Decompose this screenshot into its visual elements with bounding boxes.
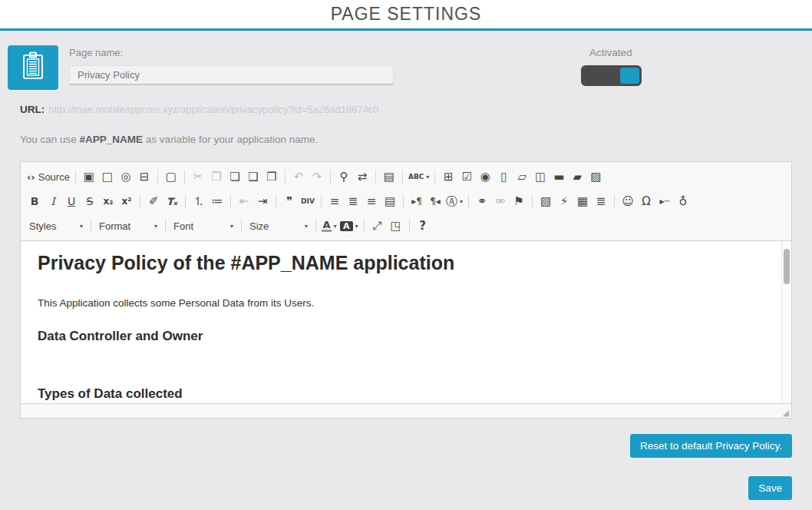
spell-check-button[interactable]: ABC▾ xyxy=(407,167,431,186)
decrease-indent-icon: ⇤ xyxy=(239,196,249,207)
about-button[interactable]: ? xyxy=(414,217,432,235)
about-icon: ? xyxy=(419,220,426,232)
align-left-button[interactable]: ≡ xyxy=(325,192,344,210)
checkbox-button[interactable]: ☑ xyxy=(457,167,476,186)
bold-button[interactable]: B xyxy=(25,192,44,210)
align-center-icon: ≣ xyxy=(348,196,358,207)
hidden-field-button[interactable]: ▨ xyxy=(586,167,605,186)
link-button[interactable]: ⚭ xyxy=(473,192,491,210)
anchor-button[interactable]: ⚑ xyxy=(510,192,528,210)
radio-button-button[interactable]: ◉ xyxy=(476,167,494,186)
redo-button[interactable]: ↷ xyxy=(308,167,326,186)
copy-formatting-button[interactable]: ✐ xyxy=(144,192,163,210)
text-direction-rtl-button[interactable]: ¶◂ xyxy=(426,192,444,210)
anchor-icon: ⚑ xyxy=(513,196,523,207)
bulleted-list-button[interactable]: ≔ xyxy=(208,192,226,210)
maximize-icon: ⤢ xyxy=(373,220,382,232)
button-button[interactable]: ▬ xyxy=(550,167,568,186)
page-name-input[interactable] xyxy=(69,65,394,85)
align-justify-icon: ▤ xyxy=(385,196,395,207)
align-justify-button[interactable]: ▤ xyxy=(381,192,399,210)
show-blocks-button[interactable]: ◳ xyxy=(387,217,405,235)
editor-content[interactable]: Privacy Policy of the #APP_NAME applicat… xyxy=(21,241,791,403)
text-field-button[interactable]: ▯ xyxy=(494,167,513,186)
decrease-indent-button[interactable]: ⇤ xyxy=(235,192,253,210)
numbered-list-button[interactable]: ⒈ xyxy=(190,192,208,210)
new-page-button[interactable]: □ xyxy=(98,167,117,186)
source-button[interactable]: ‹›Source xyxy=(25,167,71,186)
page-break-button[interactable]: ▸┄ xyxy=(655,192,674,210)
subscript-button[interactable]: x₂ xyxy=(99,192,117,210)
document-subheading-1: Data Controller and Owner xyxy=(38,329,765,344)
paste-from-word-button[interactable]: ❒ xyxy=(262,167,281,186)
toolbar-separator xyxy=(403,194,404,208)
templates-button[interactable]: ▢ xyxy=(162,167,180,186)
styles-dropdown[interactable]: Styles▾ xyxy=(25,217,87,235)
text-direction-ltr-button[interactable]: ▸¶ xyxy=(408,192,426,210)
increase-indent-button[interactable]: ⇥ xyxy=(253,192,272,210)
format-label: Format xyxy=(99,220,130,232)
reset-row: Reset to default Privacy Policy. xyxy=(0,434,792,458)
select-field-button[interactable]: ◫ xyxy=(531,167,550,186)
find-button[interactable]: ⚲ xyxy=(335,167,353,186)
font-dropdown[interactable]: Font▾ xyxy=(170,217,237,235)
underline-button[interactable]: U xyxy=(62,192,81,210)
checkbox-icon: ☑ xyxy=(462,171,472,183)
div-container-button[interactable]: DIV xyxy=(299,192,317,210)
smiley-button[interactable]: ☺ xyxy=(619,192,637,210)
align-right-button[interactable]: ≡ xyxy=(362,192,381,210)
table-button[interactable]: ▦ xyxy=(573,192,592,210)
scrollbar-thumb[interactable] xyxy=(784,249,790,284)
replace-button[interactable]: ⇄ xyxy=(353,167,371,186)
form-button[interactable]: ⊞ xyxy=(439,167,457,186)
reset-default-button[interactable]: Reset to default Privacy Policy. xyxy=(630,434,792,458)
maximize-button[interactable]: ⤢ xyxy=(368,217,387,235)
format-dropdown[interactable]: Format▾ xyxy=(95,217,161,235)
language-caret-icon: ▾ xyxy=(460,198,463,205)
save-row: Save xyxy=(0,476,792,500)
background-color-button[interactable]: A▾ xyxy=(338,217,360,235)
text-color-button[interactable]: A▾ xyxy=(320,217,338,235)
special-character-button[interactable]: Ω xyxy=(637,192,655,210)
unlink-button[interactable]: ⚮ xyxy=(491,192,510,210)
font-caret-icon: ▾ xyxy=(230,223,233,230)
remove-format-button[interactable]: Tₓ xyxy=(163,192,181,210)
document-subheading-2: Types of Data collected xyxy=(38,386,765,402)
paste-button[interactable]: ❏ xyxy=(226,167,244,186)
unlink-icon: ⚮ xyxy=(496,196,506,207)
iframe-icon: ♁ xyxy=(679,196,688,207)
save-button[interactable]: ▣ xyxy=(80,167,98,186)
editor-resize-handle[interactable]: ◢ xyxy=(783,409,789,417)
select-all-button[interactable]: ▤ xyxy=(380,167,398,186)
language-button[interactable]: Ⓐ▾ xyxy=(444,192,464,210)
iframe-button[interactable]: ♁ xyxy=(674,192,692,210)
hint-suffix: as variable for your application name. xyxy=(143,134,318,145)
horizontal-rule-button[interactable]: ≣ xyxy=(592,192,610,210)
preview-button[interactable]: ◎ xyxy=(117,167,135,186)
image-button[interactable]: ▧ xyxy=(536,192,555,210)
strikethrough-button[interactable]: S xyxy=(81,192,99,210)
textarea-button[interactable]: ▱ xyxy=(513,167,531,186)
undo-button[interactable]: ↶ xyxy=(289,167,308,186)
page-title: PAGE SETTINGS xyxy=(331,4,482,25)
cut-button[interactable]: ✂ xyxy=(189,167,207,186)
flash-button[interactable]: ⚡ xyxy=(555,192,573,210)
activated-toggle[interactable] xyxy=(581,65,642,86)
image-icon: ▧ xyxy=(540,196,551,207)
print-button[interactable]: ⊟ xyxy=(135,167,153,186)
editor-scrollbar[interactable] xyxy=(781,241,791,403)
image-button-button[interactable]: ▰ xyxy=(568,167,586,186)
align-center-button[interactable]: ≣ xyxy=(344,192,362,210)
source-label: Source xyxy=(38,171,70,183)
copy-button[interactable]: ❐ xyxy=(207,167,226,186)
spell-check-icon: ABC xyxy=(408,174,424,180)
underline-icon: U xyxy=(68,196,75,207)
italic-button[interactable]: I xyxy=(44,192,62,210)
toolbar-separator xyxy=(165,219,166,233)
size-dropdown[interactable]: Size▾ xyxy=(246,217,312,235)
save-button[interactable]: Save xyxy=(748,476,792,500)
superscript-button[interactable]: x² xyxy=(117,192,136,210)
paste-as-text-button[interactable]: ❑ xyxy=(244,167,262,186)
blockquote-button[interactable]: ❞ xyxy=(280,192,299,210)
toolbar-separator xyxy=(434,170,435,184)
